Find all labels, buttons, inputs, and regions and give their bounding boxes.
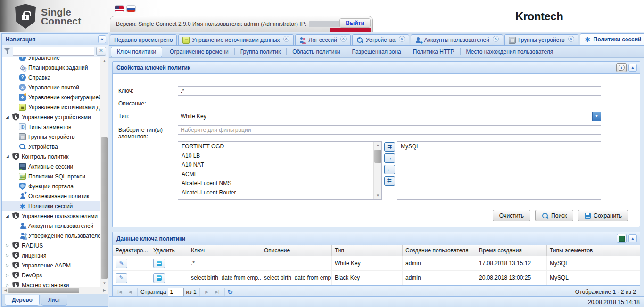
tab-tree[interactable]: Дерево [5,295,40,306]
previous-page-icon[interactable]: ◀ [126,288,134,296]
sidebar-collapse-button[interactable]: « [98,35,106,43]
description-input[interactable] [178,99,601,108]
tab-devices[interactable]: Устройства✕ [352,34,409,45]
edit-button[interactable]: ✎ [116,273,127,283]
save-button[interactable]: Сохранить [578,210,628,221]
subtab-time-restriction[interactable]: Ограничение времени [164,47,234,57]
list-item[interactable]: FORTINET OGD [178,142,373,152]
column-header-description[interactable]: Описание [261,245,332,256]
element-type-filter-input[interactable] [178,125,601,135]
tree-item-radius[interactable]: RADIUS [2,241,100,250]
subtab-policy-group[interactable]: Группа политик [235,47,286,57]
add-all-button[interactable]: ⇉ [384,142,395,152]
delete-button[interactable] [153,273,165,283]
scrollbar-thumb[interactable] [8,288,79,293]
list-item[interactable]: A10 NAT [178,161,373,170]
tree-item-license[interactable]: лицензия [2,250,100,260]
tab-recently-viewed[interactable]: Недавно просмотрено [110,34,177,45]
tree-horizontal-scrollbar[interactable]: ◀ ▶ [2,287,108,294]
tree-item-session-policies[interactable]: Политики сессий [2,201,100,211]
list-vertical-scrollbar[interactable]: ▲ ▼ [373,142,381,199]
tree-item-device-management[interactable]: Управление устройствами [2,112,100,122]
next-page-icon[interactable]: ▶ [203,288,211,296]
column-header-type[interactable]: Тип [332,245,403,256]
scroll-down-icon[interactable]: ▼ [374,192,382,199]
us-flag-icon[interactable] [115,6,124,12]
tree-item-aapm-management[interactable]: Управление AAPM [2,260,100,270]
tree-item-active-sessions[interactable]: Активные сессии [2,162,100,171]
tree-item-policy-control[interactable]: Контроль политик [2,152,100,162]
tree-item-setup-wizard[interactable]: Мастер установки [2,280,100,287]
column-header-delete[interactable]: Удалить [150,245,188,256]
filter-clear-button[interactable]: ✕ [96,47,106,56]
collapsed-arrow-icon[interactable] [5,263,10,267]
tree-item-user-approval[interactable]: Утверждение пользователей [2,231,100,241]
expanded-arrow-icon[interactable] [5,214,10,218]
last-page-icon[interactable]: ▶| [213,288,222,296]
remove-button[interactable]: ← [384,165,395,174]
tree-item-config-management[interactable]: Управление конфигурацией с [2,92,100,102]
tree-item-datasource-management[interactable]: Управление источниками дан [2,102,100,112]
list-item[interactable]: A10 LB [178,152,373,161]
remove-all-button[interactable]: ⇇ [384,176,395,186]
collapse-panel-button[interactable]: ▲ [628,234,637,242]
collapsed-arrow-icon[interactable] [5,253,10,258]
column-header-element-types[interactable]: Типы элементов [547,245,640,256]
edit-button[interactable]: ✎ [116,259,127,268]
tree-item-mail-management[interactable]: Управление почтой [2,82,100,92]
tree-item[interactable]: Управление [2,57,100,63]
scroll-up-icon[interactable]: ▲ [100,57,108,65]
add-button[interactable]: → [384,154,395,163]
tab-user-accounts[interactable]: Аккаунты пользователей✕ [411,34,503,45]
export-excel-button[interactable] [617,234,627,243]
tree-item-sql-proxy-policies[interactable]: Политики SQL прокси [2,171,100,181]
subtab-user-location[interactable]: Место нахождения пользователя [461,47,559,57]
tab-session-log[interactable]: Лог сессий✕ [295,34,351,45]
column-header-created-by[interactable]: Создание пользователя [403,245,476,256]
column-header-edit[interactable]: Редактиро... [113,245,150,256]
search-button[interactable]: Поиск [535,210,573,221]
tree-item-policy-tracking[interactable]: Отслеживание политик [2,191,100,201]
info-button[interactable]: i [616,63,627,72]
close-icon[interactable]: ✕ [568,36,574,42]
scrollbar-thumb[interactable] [101,137,108,279]
page-number-input[interactable] [168,288,184,296]
tree-item-user-accounts[interactable]: Аккаунты пользователей [2,221,100,231]
subtab-allowed-zone[interactable]: Разрешенная зона [346,47,406,57]
close-icon[interactable]: ✕ [399,36,405,42]
close-icon[interactable]: ✕ [340,36,347,42]
close-icon[interactable]: ✕ [493,36,499,42]
delete-button[interactable] [153,259,165,268]
scroll-up-icon[interactable]: ▲ [374,142,382,149]
available-element-types-list[interactable]: FORTINET OGD A10 LB A10 NAT ACME Alcatel… [178,141,382,200]
tab-list[interactable]: Лист [41,295,67,306]
tree-item-portal-functions[interactable]: Функции портала [2,181,100,191]
chevron-down-icon[interactable]: ▼ [592,112,601,121]
scroll-left-icon[interactable]: ◀ [2,287,9,294]
logout-button[interactable]: Выйти [339,18,371,28]
first-page-icon[interactable]: |◀ [116,288,124,296]
scrollbar-thumb[interactable] [374,150,381,163]
subtab-http-policy[interactable]: Политика HTTP [407,47,460,57]
tab-device-groups[interactable]: Группы устройств✕ [504,34,578,45]
collapsed-arrow-icon[interactable] [5,273,10,277]
tree-item-user-management[interactable]: Управление пользователями [2,211,100,221]
tree-item-devices[interactable]: Устройства [2,142,100,152]
tree-vertical-scrollbar[interactable]: ▲ ▼ [100,57,108,287]
ru-flag-icon[interactable] [127,6,135,12]
clear-button[interactable]: Очистить [493,210,530,221]
selected-element-types-list[interactable]: MySQL [397,141,601,200]
expanded-arrow-icon[interactable] [5,115,10,119]
tab-datasource-management[interactable]: Управление источниками данных✕ [178,34,293,45]
tab-session-policies[interactable]: Политики сессий✕ [580,33,644,45]
list-item[interactable]: MySQL [397,142,601,152]
expanded-arrow-icon[interactable] [5,154,10,159]
subtab-policy-scope[interactable]: Область политики [287,47,346,57]
collapse-panel-button[interactable]: ▲ [628,64,637,72]
collapsed-arrow-icon[interactable] [5,243,10,248]
tree-item-task-scheduler[interactable]: Планировщик заданий [2,63,100,73]
refresh-icon[interactable]: ↻ [228,288,233,296]
collapsed-arrow-icon[interactable] [5,283,10,287]
list-item[interactable]: Alcatel-Lucent NMS [178,179,373,188]
column-header-key[interactable]: Ключ [188,245,261,256]
